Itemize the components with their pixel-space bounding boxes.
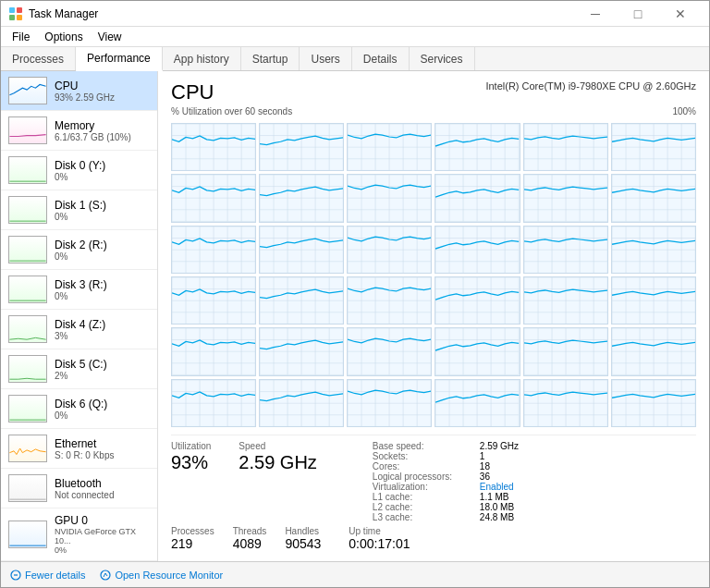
tab-performance[interactable]: Performance — [76, 47, 163, 71]
tab-services[interactable]: Services — [410, 47, 475, 70]
cpu-core-26 — [347, 327, 432, 375]
close-button[interactable]: ✕ — [659, 1, 702, 27]
resource-monitor-link[interactable]: Open Resource Monitor — [100, 570, 223, 581]
cpu-core-3 — [435, 123, 520, 171]
detail-col-left: Base speed: 2.59 GHz Sockets: 1 Cores: 1… — [373, 441, 519, 522]
base-speed-row: Base speed: 2.59 GHz — [373, 441, 519, 451]
sidebar-item-cpu[interactable]: CPU 93% 2.59 GHz — [1, 71, 157, 111]
eth-mini-graph — [8, 435, 47, 462]
cores-row: Cores: 18 — [373, 461, 519, 472]
cpu-sub: 93% 2.59 GHz — [55, 92, 115, 103]
main-title: CPU — [171, 80, 214, 104]
logical-row: Logical processors: 36 — [373, 472, 519, 482]
logical-val: 36 — [480, 472, 490, 482]
disk5-sub: 2% — [55, 371, 107, 381]
sidebar-item-ethernet[interactable]: Ethernet S: 0 R: 0 Kbps — [1, 429, 157, 469]
gpu0-label: GPU 0 — [55, 514, 150, 527]
speed-value: 2.59 GHz — [239, 451, 316, 473]
disk6-mini-graph — [8, 395, 47, 423]
svg-rect-2 — [9, 15, 15, 20]
cpu-core-31 — [259, 379, 344, 427]
chart-max: 100% — [672, 106, 696, 116]
app-icon — [8, 6, 23, 21]
cpu-core-30 — [171, 379, 256, 427]
uptime-group: Up time 0:00:17:01 — [349, 526, 410, 552]
monitor-icon — [100, 570, 111, 581]
minimize-button[interactable]: ─ — [574, 1, 617, 27]
tab-users[interactable]: Users — [300, 47, 351, 70]
disk2-mini-graph — [8, 236, 47, 263]
cpu-core-17 — [611, 226, 696, 274]
sidebar-item-disk4[interactable]: Disk 4 (Z:) 3% — [1, 310, 157, 349]
l1-row: L1 cache: 1.1 MB — [373, 492, 519, 502]
sidebar-item-gpu0[interactable]: GPU 0 NVIDIA GeForce GTX 10...0% — [1, 508, 157, 561]
main-header: CPU Intel(R) Core(TM) i9-7980XE CPU @ 2.… — [171, 80, 696, 104]
monitor-label: Open Resource Monitor — [115, 570, 223, 581]
cpu-core-29 — [611, 327, 696, 375]
sidebar-item-bluetooth[interactable]: Bluetooth Not connected — [1, 469, 157, 508]
sidebar-item-disk1[interactable]: Disk 1 (S:) 0% — [1, 190, 157, 230]
threads-value: 4089 — [233, 536, 267, 552]
uptime-label: Up time — [349, 526, 410, 536]
logical-key: Logical processors: — [373, 472, 474, 482]
bt-label: Bluetooth — [55, 477, 115, 490]
l3-val: 24.8 MB — [480, 512, 514, 522]
cpu-core-19 — [259, 276, 344, 325]
menu-file[interactable]: File — [5, 27, 37, 46]
speed-label: Speed — [239, 441, 316, 451]
sidebar-item-disk6[interactable]: Disk 6 (Q:) 0% — [1, 389, 157, 429]
cpu-core-14 — [347, 226, 432, 274]
chart-label: % Utilization over 60 seconds — [171, 106, 292, 116]
sidebar-item-disk5[interactable]: Disk 5 (C:) 2% — [1, 349, 157, 389]
disk6-label: Disk 6 (Q:) — [55, 398, 107, 410]
tab-details[interactable]: Details — [352, 47, 410, 70]
handles-value: 90543 — [285, 536, 321, 552]
sockets-row: Sockets: 1 — [373, 451, 519, 461]
virt-row: Virtualization: Enabled — [373, 482, 519, 492]
cpu-core-16 — [523, 226, 608, 274]
cpu-core-34 — [523, 379, 608, 427]
disk5-label: Disk 5 (C:) — [55, 358, 107, 371]
window-title: Task Manager — [29, 7, 98, 20]
gpu0-sub: NVIDIA GeForce GTX 10...0% — [55, 527, 150, 555]
task-manager-window: Task Manager ─ □ ✕ File Options View Pro… — [0, 0, 710, 588]
svg-rect-3 — [17, 15, 22, 20]
cpu-core-0 — [171, 123, 256, 171]
sidebar: CPU 93% 2.59 GHz Memory 6.1/63.7 GB (10%… — [1, 71, 158, 561]
processes-group: Processes 219 — [171, 526, 214, 552]
virt-key: Virtualization: — [373, 482, 474, 492]
cpu-core-11 — [611, 174, 696, 222]
menu-bar: File Options View — [1, 27, 709, 47]
cpu-core-1 — [259, 123, 344, 171]
cpu-core-9 — [435, 174, 520, 222]
tab-startup[interactable]: Startup — [241, 47, 300, 70]
sidebar-item-memory[interactable]: Memory 6.1/63.7 GB (10%) — [1, 111, 157, 151]
l3-key: L3 cache: — [373, 512, 474, 522]
sidebar-item-disk2[interactable]: Disk 2 (R:) 0% — [1, 230, 157, 270]
fewer-details-link[interactable]: Fewer details — [10, 570, 85, 581]
disk2-label: Disk 2 (R:) — [55, 239, 107, 251]
cpu-core-35 — [611, 379, 696, 427]
disk4-mini-graph — [8, 315, 47, 343]
base-speed-key: Base speed: — [373, 441, 474, 451]
utilization-group: Utilization 93% — [171, 441, 211, 522]
bottom-bar: Fewer details Open Resource Monitor — [1, 561, 709, 587]
tab-processes[interactable]: Processes — [1, 47, 76, 70]
disk0-label: Disk 0 (Y:) — [55, 159, 105, 172]
base-speed-val: 2.59 GHz — [480, 441, 519, 451]
maximize-button[interactable]: □ — [617, 1, 659, 27]
uptime-value: 0:00:17:01 — [349, 536, 410, 552]
l2-val: 18.0 MB — [480, 502, 514, 512]
cpu-core-24 — [171, 327, 256, 375]
cpu-label: CPU — [55, 80, 115, 92]
sidebar-item-disk0[interactable]: Disk 0 (Y:) 0% — [1, 151, 157, 190]
menu-options[interactable]: Options — [37, 27, 90, 46]
sidebar-item-disk3[interactable]: Disk 3 (R:) 0% — [1, 270, 157, 310]
tab-app-history[interactable]: App history — [163, 47, 241, 70]
cpu-core-10 — [523, 174, 608, 222]
l1-key: L1 cache: — [373, 492, 474, 502]
cpu-core-32 — [347, 379, 432, 427]
menu-view[interactable]: View — [91, 27, 129, 46]
title-bar: Task Manager ─ □ ✕ — [1, 1, 709, 27]
memory-label: Memory — [55, 119, 131, 132]
